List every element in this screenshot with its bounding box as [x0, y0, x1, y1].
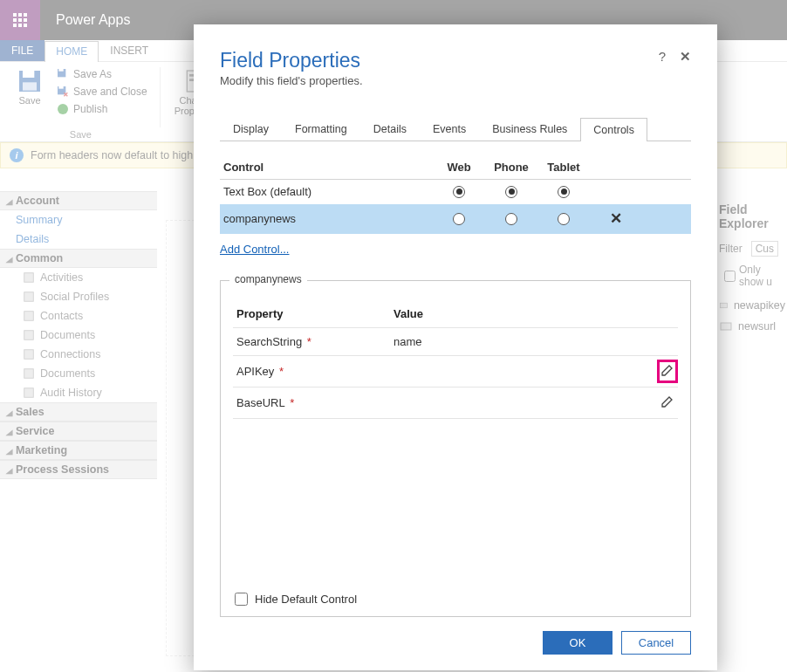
property-row: APIKey *: [233, 356, 678, 387]
radio-phone[interactable]: [505, 186, 517, 198]
control-table-header: Control Web Phone Tablet: [220, 155, 691, 180]
radio-tablet[interactable]: [558, 213, 570, 225]
hide-default-label: Hide Default Control: [255, 593, 357, 606]
properties-header: Property Value: [233, 300, 678, 328]
dialog-tabs: DisplayFormattingDetailsEventsBusiness R…: [220, 117, 691, 141]
col-value: Value: [394, 307, 640, 320]
properties-body: SearchString *nameAPIKey *BaseURL *: [233, 328, 678, 419]
radio-web[interactable]: [453, 186, 465, 198]
help-button[interactable]: ?: [659, 49, 666, 65]
hide-default-checkbox[interactable]: [235, 593, 248, 606]
radio-web[interactable]: [453, 213, 465, 225]
col-control: Control: [223, 161, 433, 174]
dialog-tab[interactable]: Details: [360, 117, 420, 141]
col-tablet: Tablet: [537, 161, 590, 174]
dialog-tab[interactable]: Controls: [580, 118, 647, 141]
properties-legend: companynews: [229, 273, 307, 285]
radio-phone[interactable]: [505, 213, 517, 225]
dialog-title: Field Properties: [220, 49, 363, 72]
dialog-tab[interactable]: Business Rules: [479, 117, 580, 141]
control-table-body: Text Box (default)companynews✕: [220, 180, 691, 234]
property-name: BaseURL *: [236, 396, 394, 409]
property-name: SearchString *: [236, 335, 394, 348]
edit-property-button[interactable]: [660, 363, 674, 380]
property-row: SearchString *name: [233, 328, 678, 356]
edit-property-button[interactable]: [660, 394, 674, 411]
close-button[interactable]: ✕: [680, 49, 691, 65]
col-property: Property: [236, 307, 394, 320]
dialog-buttons: OK Cancel: [220, 631, 691, 655]
remove-control-button[interactable]: ✕: [590, 209, 642, 228]
ok-button[interactable]: OK: [543, 631, 612, 655]
property-row: BaseURL *: [233, 387, 678, 419]
control-properties-box: companynews Property Value SearchString …: [220, 280, 691, 617]
radio-tablet[interactable]: [558, 186, 570, 198]
dialog-tab[interactable]: Display: [220, 117, 282, 141]
control-name: Text Box (default): [223, 185, 433, 198]
cancel-button[interactable]: Cancel: [621, 631, 691, 655]
hide-default-control-row[interactable]: Hide Default Control: [233, 584, 678, 607]
property-name: APIKey *: [236, 365, 394, 378]
col-phone: Phone: [485, 161, 537, 174]
dialog-subtitle: Modify this field's properties.: [220, 74, 363, 87]
property-value: name: [394, 335, 640, 348]
dialog-tab[interactable]: Formatting: [282, 117, 360, 141]
dialog-tab[interactable]: Events: [420, 117, 479, 141]
field-properties-dialog: Field Properties Modify this field's pro…: [194, 24, 717, 670]
control-row[interactable]: companynews✕: [220, 204, 691, 234]
control-name: companynews: [223, 212, 433, 225]
control-table: Control Web Phone Tablet Text Box (defau…: [220, 155, 691, 256]
add-control-link[interactable]: Add Control...: [220, 243, 290, 256]
col-web: Web: [433, 161, 485, 174]
control-row[interactable]: Text Box (default): [220, 180, 691, 204]
